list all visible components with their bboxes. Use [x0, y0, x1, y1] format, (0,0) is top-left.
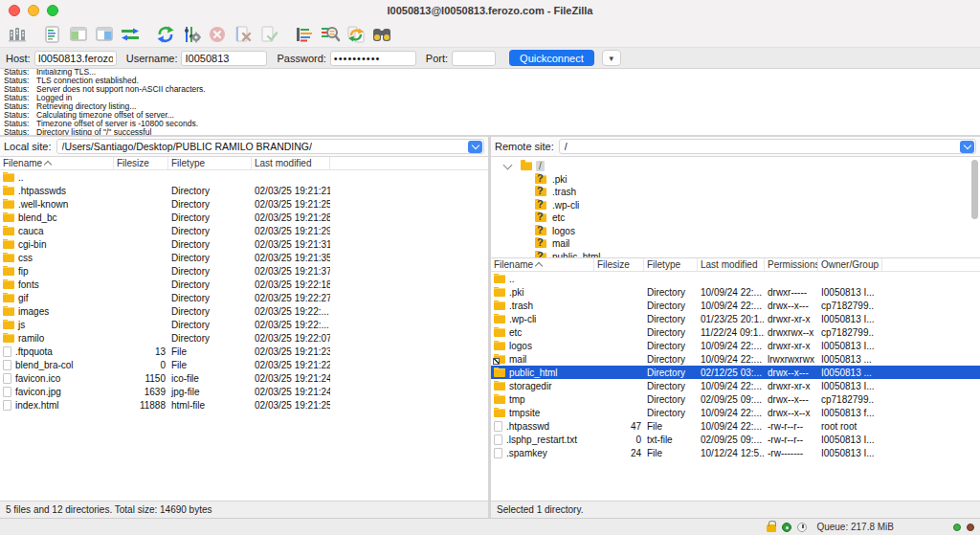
local-file-list[interactable]: FilenameFilesizeFiletypeLast modified...… [0, 157, 488, 501]
local-row-favicon.jpg[interactable]: favicon.jpg1639jpg-file02/03/25 19:21:24 [0, 385, 488, 398]
local-row-blend_bra-col[interactable]: blend_bra-col0File02/03/25 19:21:22 [0, 358, 488, 371]
cell-name: .spamkey [491, 448, 594, 458]
remote-row-logos[interactable]: logosDirectory10/09/24 22:...drwxr-xr-xI… [491, 339, 980, 352]
transfer-queue-toggle-icon[interactable] [117, 23, 143, 46]
folder-question-icon [535, 239, 546, 248]
cell-permissions: drwxrwx--x [765, 327, 818, 338]
remote-row-.lsphp_restart.txt[interactable]: .lsphp_restart.txt0txt-file02/09/25 09:.… [491, 433, 980, 446]
local-row-.well-known[interactable]: .well-knownDirectory02/03/25 19:21:25 [0, 197, 488, 211]
local-row-fonts[interactable]: fontsDirectory02/03/25 19:22:18 [0, 278, 488, 291]
tree-item-label: .pki [552, 174, 568, 185]
folder-icon [494, 328, 505, 337]
chevron-down-icon[interactable] [503, 160, 513, 169]
speed-limits-icon[interactable] [782, 523, 791, 532]
local-row-js[interactable]: jsDirectory02/03/25 19:22:... [0, 318, 488, 331]
local-row-.ftpquota[interactable]: .ftpquota13File02/03/25 19:21:23 [0, 345, 488, 358]
synchronized-browsing-icon[interactable] [343, 23, 368, 46]
disconnect-icon[interactable] [230, 23, 256, 46]
filename-label: .. [509, 274, 515, 284]
local-row-images[interactable]: imagesDirectory02/03/25 19:22:... [0, 304, 488, 318]
cell-modified: 02/03/25 19:22:27 [252, 293, 330, 303]
tree-item-public_html[interactable]: public_html [491, 251, 980, 259]
tree-root-label: / [536, 161, 545, 171]
quickconnect-button[interactable]: Quickconnect [509, 50, 594, 66]
column-header-filetype[interactable]: Filetype [168, 157, 252, 169]
remote-row-.wp-cli[interactable]: .wp-cliDirectory01/23/25 20:1...drwxr-xr… [491, 312, 980, 325]
column-header-last-modified[interactable]: Last modified [252, 157, 330, 169]
activity-gauge-icon[interactable] [797, 523, 807, 532]
port-input[interactable] [452, 51, 496, 66]
remote-row-storagedir[interactable]: storagedirDirectory10/09/24 22:...drwxr-… [491, 379, 980, 392]
minimize-window-button[interactable] [28, 5, 39, 16]
cell-modified: 02/03/25 19:21:22 [252, 360, 330, 370]
directory-filters-icon[interactable] [291, 23, 317, 46]
cell-type: ico-file [168, 373, 252, 384]
cell-permissions: drwx--x--- [765, 394, 818, 405]
local-row-cgi-bin[interactable]: cgi-binDirectory02/03/25 19:21:31 [0, 237, 488, 251]
remote-tree-toggle-icon[interactable] [91, 23, 117, 46]
remote-row-.spamkey[interactable]: .spamkey24File10/12/24 12:5...-rw-------… [491, 446, 980, 459]
remote-directory-tree[interactable]: /.pki.trash.wp-clietclogosmailpublic_htm… [491, 157, 980, 258]
zoom-window-button[interactable] [47, 5, 58, 16]
tree-root-item[interactable]: / [491, 160, 980, 173]
column-header-filesize[interactable]: Filesize [594, 258, 644, 271]
remote-row-.htpasswd[interactable]: .htpasswd47File10/09/24 22:...-rw-r--r--… [491, 419, 980, 433]
host-input[interactable] [34, 51, 117, 66]
tree-item-.pki[interactable]: .pki [491, 173, 980, 187]
tls-lock-icon[interactable] [767, 524, 776, 532]
column-header-filename[interactable]: Filename [0, 157, 114, 169]
refresh-icon[interactable] [152, 23, 178, 46]
directory-comparison-icon[interactable] [317, 23, 343, 46]
tree-scrollbar-thumb[interactable] [971, 160, 978, 219]
local-site-dropdown-icon[interactable] [468, 141, 482, 153]
remote-row-public_html[interactable]: public_htmlDirectory02/12/25 03:...drwx-… [491, 366, 980, 379]
remote-row-.trash[interactable]: .trashDirectory10/09/24 22:...drwx--x---… [491, 299, 980, 312]
column-header-filesize[interactable]: Filesize [114, 157, 168, 169]
local-row-index.html[interactable]: index.html11888html-file02/03/25 19:21:2… [0, 398, 488, 412]
remote-row-tmp[interactable]: tmpDirectory02/09/25 09:...drwx--x---cp7… [491, 392, 980, 406]
column-header-filetype[interactable]: Filetype [644, 258, 698, 271]
local-tree-toggle-icon[interactable] [65, 23, 91, 46]
password-input[interactable] [330, 51, 416, 66]
cell-owner: cp7182799.. [818, 394, 882, 405]
cancel-operation-icon[interactable] [204, 23, 230, 46]
remote-row-tmpsite[interactable]: tmpsiteDirectory10/09/24 22:...drwx--x--… [491, 406, 980, 419]
remote-row-..[interactable]: .. [491, 272, 980, 285]
column-header-filename[interactable]: Filename [491, 258, 594, 271]
local-row-css[interactable]: cssDirectory02/03/25 19:21:35 [0, 251, 488, 264]
remote-site-combobox[interactable]: / [559, 139, 976, 154]
remote-row-.pki[interactable]: .pkiDirectory10/09/24 22:...drwxr-----I0… [491, 285, 980, 299]
tree-item-.trash[interactable]: .trash [491, 186, 980, 199]
remote-row-etc[interactable]: etcDirectory11/22/24 09:1...drwxrwx--xcp… [491, 325, 980, 339]
local-row-gif[interactable]: gifDirectory02/03/25 19:22:27 [0, 291, 488, 304]
column-header-owner-group[interactable]: Owner/Group [818, 258, 882, 271]
remote-file-list[interactable]: FilenameFilesizeFiletypeLast modifiedPer… [491, 258, 980, 501]
folder-question-icon [535, 201, 546, 210]
local-row-favicon.ico[interactable]: favicon.ico1150ico-file02/03/25 19:21:24 [0, 371, 488, 385]
site-manager-icon[interactable] [4, 23, 30, 46]
quickconnect-dropdown-button[interactable]: ▾ [602, 50, 621, 66]
filename-label: .htpasswds [18, 186, 66, 196]
local-row-..[interactable]: .. [0, 170, 488, 184]
find-files-icon[interactable] [368, 23, 394, 46]
column-header-permissions[interactable]: Permissions [765, 258, 818, 271]
tree-item-etc[interactable]: etc [491, 212, 980, 225]
tree-item-.wp-cli[interactable]: .wp-cli [491, 199, 980, 212]
message-log-toggle-icon[interactable] [39, 23, 65, 46]
local-row-.htpasswds[interactable]: .htpasswdsDirectory02/03/25 19:21:21 [0, 184, 488, 197]
username-input[interactable] [181, 51, 267, 66]
column-header-last-modified[interactable]: Last modified [698, 258, 765, 271]
tree-item-mail[interactable]: mail [491, 237, 980, 251]
remote-row-mail[interactable]: mailDirectory10/09/24 22:...lrwxrwxrwxI0… [491, 352, 980, 366]
remote-site-dropdown-icon[interactable] [960, 141, 974, 153]
local-row-cauca[interactable]: caucaDirectory02/03/25 19:21:29 [0, 224, 488, 237]
local-row-ramilo[interactable]: ramiloDirectory02/03/25 19:22:07 [0, 331, 488, 345]
close-window-button[interactable] [9, 5, 20, 16]
local-row-fip[interactable]: fipDirectory02/03/25 19:21:37 [0, 264, 488, 278]
process-queue-icon[interactable] [178, 23, 204, 46]
cell-type: Directory [168, 212, 252, 223]
reconnect-icon[interactable] [256, 23, 281, 46]
tree-item-logos[interactable]: logos [491, 225, 980, 238]
local-site-combobox[interactable]: /Users/Santiago/Desktop/PUBLIC RAMILO BR… [56, 139, 484, 154]
local-row-blend_bc[interactable]: blend_bcDirectory02/03/25 19:21:28 [0, 211, 488, 224]
